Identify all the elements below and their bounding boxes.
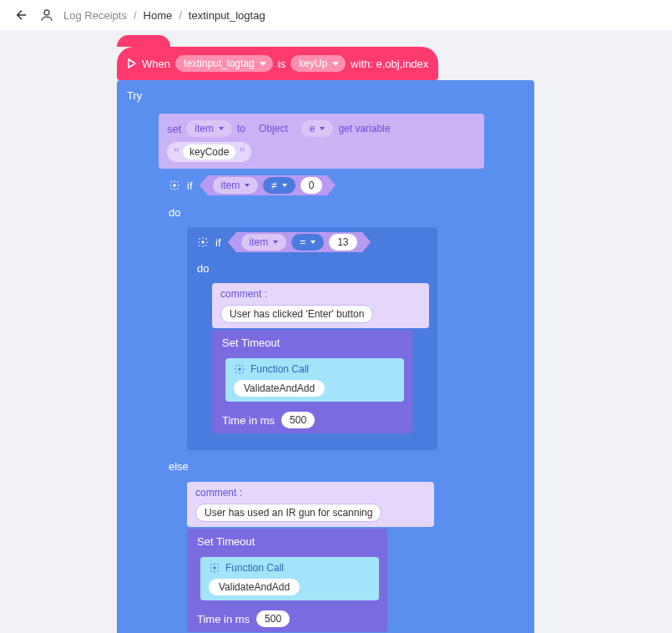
svg-point-1	[173, 184, 176, 187]
do-label: do	[169, 206, 180, 219]
gear-icon[interactable]	[234, 363, 245, 375]
comment-text[interactable]: User has clicked 'Enter' button	[220, 305, 373, 323]
caret-down-icon	[282, 184, 287, 187]
svg-point-4	[213, 566, 216, 570]
comment-block[interactable]: comment : User has clicked 'Enter' butto…	[212, 283, 429, 328]
set-timeout-label: Set Timeout	[197, 535, 255, 548]
breadcrumb-app[interactable]: Log Receipts	[63, 9, 127, 22]
header: Log Receipts / Home / textinput_logtag	[0, 0, 672, 30]
back-arrow-icon[interactable]	[13, 7, 30, 23]
caret-down-icon	[332, 62, 339, 66]
comment-label: comment :	[220, 288, 267, 300]
op-dropdown[interactable]: ≠	[263, 177, 296, 194]
function-call-label: Function Call	[250, 363, 309, 375]
comment-text[interactable]: User has used an IR gun for scanning	[195, 504, 381, 522]
value-input[interactable]: 0	[301, 177, 323, 194]
svg-point-0	[44, 10, 49, 15]
function-name[interactable]: ValidateAndAdd	[234, 380, 325, 397]
function-call-block[interactable]: Function Call ValidateAndAdd	[200, 557, 379, 600]
item-dropdown[interactable]: item	[186, 120, 232, 137]
to-label: to	[237, 123, 245, 134]
quote-icon: ”	[239, 145, 245, 159]
time-in-ms-label: Time in ms	[222, 414, 275, 427]
event-hat-block[interactable]: When textinput_logtag is keyUp with: e,o…	[117, 47, 438, 80]
is-label: is	[278, 58, 285, 70]
if-label: if	[215, 236, 221, 249]
caret-down-icon	[320, 127, 325, 130]
try-label: Try	[127, 89, 142, 102]
when-label: When	[142, 58, 170, 70]
function-call-block[interactable]: Function Call ValidateAndAdd	[225, 358, 404, 402]
e-dropdown[interactable]: e	[301, 120, 334, 137]
op-dropdown[interactable]: =	[291, 234, 324, 251]
if-block-inner[interactable]: if item = 13 do	[187, 227, 437, 450]
item-dropdown[interactable]: item	[213, 177, 259, 194]
if-label: if	[187, 180, 193, 192]
getvar-label: get variable	[338, 123, 390, 134]
do-label: do	[197, 262, 209, 275]
gear-icon[interactable]	[197, 236, 209, 248]
set-timeout-block[interactable]: Set Timeout Function Call ValidateAndAdd…	[187, 529, 387, 632]
user-icon	[38, 7, 55, 23]
set-block[interactable]: set item to Object e get variable “keyCo…	[159, 114, 484, 169]
breadcrumb-sep: /	[179, 9, 182, 22]
breadcrumb-home[interactable]: Home	[144, 9, 173, 22]
widget-dropdown[interactable]: textinput_logtag	[175, 55, 273, 72]
with-label: with: e,obj,index	[351, 58, 428, 70]
comment-label: comment :	[195, 487, 242, 499]
set-timeout-label: Set Timeout	[222, 337, 280, 349]
value-input[interactable]: 13	[329, 234, 356, 251]
gear-icon[interactable]	[209, 562, 220, 574]
time-in-ms-label: Time in ms	[197, 613, 250, 625]
comment-block[interactable]: comment : User has used an IR gun for sc…	[187, 482, 434, 527]
if-block[interactable]: if item ≠ 0 do if	[159, 170, 459, 633]
set-label: set	[167, 123, 181, 135]
caret-down-icon	[273, 241, 278, 244]
event-dropdown[interactable]: keyUp	[291, 55, 346, 72]
try-block[interactable]: Try set item to Object e get variable “k…	[117, 80, 534, 633]
caret-down-icon	[260, 62, 266, 66]
svg-point-2	[201, 241, 205, 244]
keycode-string[interactable]: “keyCode”	[167, 142, 251, 162]
ms-input[interactable]: 500	[281, 412, 315, 428]
else-label: else	[169, 460, 189, 473]
condition[interactable]: item ≠ 0	[200, 175, 336, 195]
item-dropdown[interactable]: item	[241, 234, 287, 251]
set-timeout-block[interactable]: Set Timeout Function Call ValidateAndAdd	[212, 330, 412, 433]
caret-down-icon	[219, 127, 224, 130]
function-call-label: Function Call	[225, 562, 284, 574]
gear-icon[interactable]	[169, 180, 180, 191]
play-icon	[127, 58, 137, 68]
breadcrumb-current: textinput_logtag	[189, 9, 265, 22]
caret-down-icon	[311, 241, 316, 244]
canvas: When textinput_logtag is keyUp with: e,o…	[0, 30, 672, 633]
breadcrumb-sep: /	[134, 9, 137, 22]
breadcrumb: Log Receipts / Home / textinput_logtag	[63, 9, 265, 22]
quote-icon: “	[174, 145, 179, 159]
svg-point-3	[238, 367, 241, 371]
ms-input[interactable]: 500	[256, 610, 290, 627]
condition[interactable]: item = 13	[228, 232, 371, 252]
function-name[interactable]: ValidateAndAdd	[209, 579, 300, 595]
object-label: Object	[250, 120, 296, 137]
caret-down-icon	[245, 184, 250, 187]
